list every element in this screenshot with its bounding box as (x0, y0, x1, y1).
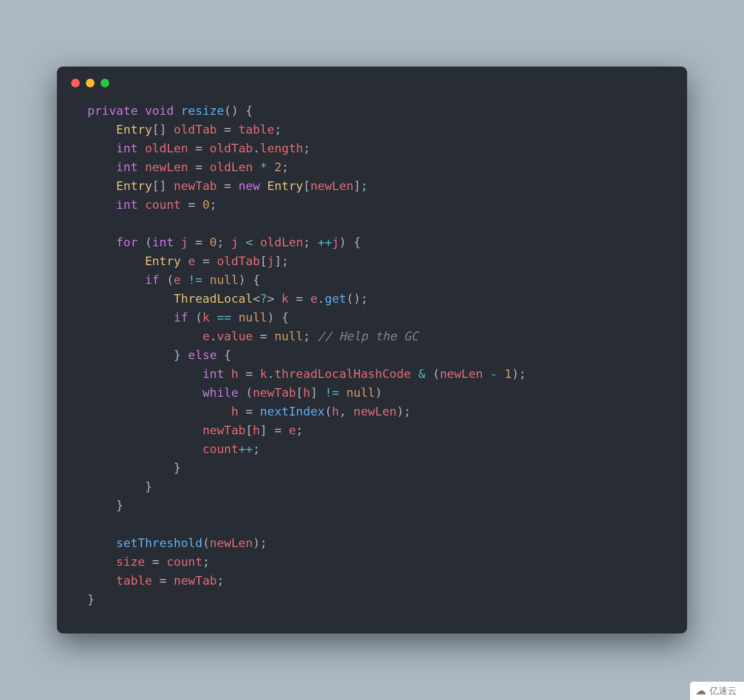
code-token (238, 367, 245, 381)
code-token: { (253, 273, 260, 287)
code-token: = (245, 367, 253, 381)
code-token: * (260, 160, 267, 174)
code-token (217, 179, 224, 193)
code-token: ( (245, 386, 253, 400)
code-token (245, 273, 253, 287)
code-token (181, 348, 188, 362)
code-token (87, 348, 174, 362)
code-token (260, 179, 267, 193)
code-token: j (267, 254, 274, 268)
code-token: null (238, 310, 267, 325)
code-token (347, 235, 354, 249)
code-token (253, 160, 260, 174)
code-token: e (188, 254, 195, 268)
code-token: = (195, 235, 202, 249)
code-token (87, 160, 116, 174)
code-token: k (282, 292, 289, 306)
code-token: h (253, 423, 260, 437)
code-token (202, 141, 209, 155)
code-token: [] (152, 122, 166, 137)
code-token: ++ (318, 235, 332, 249)
code-token (238, 386, 245, 400)
code-token: . (253, 141, 260, 155)
code-token (202, 160, 209, 174)
code-token: . (318, 292, 325, 306)
code-token (346, 404, 353, 419)
code-token (87, 254, 145, 268)
code-token: ? (260, 292, 267, 306)
code-token (253, 404, 260, 419)
code-token (210, 310, 217, 325)
code-token: ; (210, 198, 217, 212)
code-token (87, 141, 116, 155)
close-icon[interactable] (71, 79, 80, 87)
code-token: { (354, 235, 361, 249)
code-token: setThreshold (116, 536, 203, 550)
code-token: get (325, 292, 346, 306)
code-token: { (282, 310, 289, 325)
code-token (202, 235, 209, 249)
code-token (267, 160, 274, 174)
code-token: new (238, 179, 260, 193)
window-titlebar (57, 67, 687, 87)
code-token (159, 273, 166, 287)
minimize-icon[interactable] (86, 79, 95, 87)
code-token (87, 574, 116, 588)
code-token (282, 423, 289, 437)
code-token: null (274, 329, 303, 343)
code-token: if (174, 310, 188, 325)
code-token: oldTab (217, 254, 260, 268)
code-token (210, 254, 217, 268)
code-token: != (188, 273, 202, 287)
code-token: newLen (440, 367, 483, 381)
code-token: = (224, 179, 231, 193)
code-token (339, 386, 346, 400)
code-token (425, 367, 432, 381)
code-token (174, 104, 181, 118)
code-token: Entry (116, 179, 152, 193)
code-token: = (188, 198, 195, 212)
code-token: j (181, 235, 188, 249)
code-token (87, 404, 231, 419)
code-token: ]; (274, 254, 289, 268)
code-token: ) (339, 235, 346, 249)
code-token: = (160, 574, 167, 588)
code-token (253, 329, 260, 343)
code-token (87, 536, 116, 550)
code-token (217, 348, 224, 362)
code-token: e (202, 329, 209, 343)
code-token: ( (202, 536, 209, 550)
code-token: [ (303, 179, 311, 193)
code-token: = (296, 292, 303, 306)
code-token: count (145, 198, 181, 212)
code-token (87, 461, 174, 475)
code-token: size (116, 555, 145, 569)
code-token: newTab (174, 574, 217, 588)
code-token: ) (375, 386, 382, 400)
code-token: ); (396, 404, 411, 419)
code-token: ; (282, 160, 289, 174)
code-token: k (260, 367, 267, 381)
code-token: = (260, 329, 267, 343)
code-token (87, 122, 116, 137)
zoom-icon[interactable] (101, 79, 109, 87)
code-token: threadLocalHashCode (274, 367, 411, 381)
code-token: else (188, 348, 217, 362)
code-token: ( (167, 273, 174, 287)
code-token: } (116, 498, 123, 513)
code-token (87, 235, 116, 249)
code-token (87, 555, 116, 569)
code-token (87, 498, 116, 513)
code-token: ; (296, 423, 303, 437)
code-token: = (195, 141, 202, 155)
code-token: (); (346, 292, 367, 306)
code-token (87, 273, 145, 287)
code-token: oldTab (174, 122, 217, 137)
code-token: ( (195, 310, 202, 325)
code-token: ++ (238, 442, 253, 456)
code-token: table (238, 122, 274, 137)
code-token: () (224, 104, 238, 118)
code-token (238, 104, 245, 118)
code-token (145, 555, 152, 569)
code-token (181, 198, 188, 212)
